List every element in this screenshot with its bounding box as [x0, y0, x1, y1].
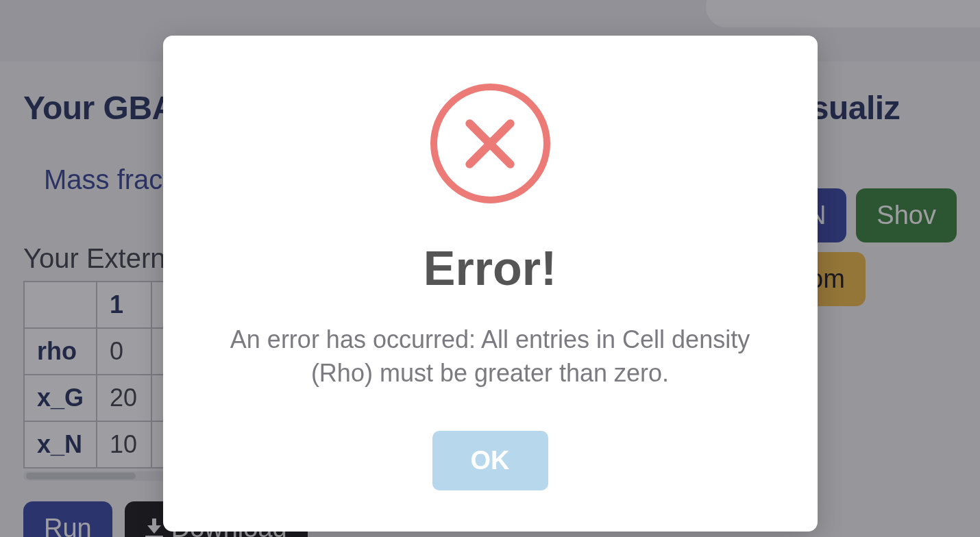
error-icon	[430, 84, 550, 203]
modal-ok-button[interactable]: OK	[432, 431, 548, 490]
modal-message: An error has occurred: All entries in Ce…	[197, 323, 783, 390]
error-modal: Error! An error has occurred: All entrie…	[163, 36, 818, 532]
modal-overlay[interactable]: Error! An error has occurred: All entrie…	[0, 0, 980, 537]
x-icon	[463, 116, 517, 171]
modal-title: Error!	[197, 241, 783, 296]
